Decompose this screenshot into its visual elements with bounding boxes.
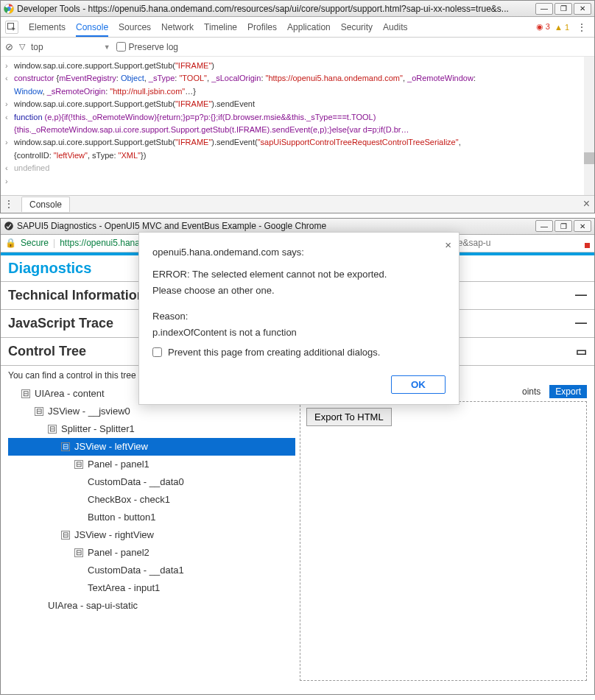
window-minimize[interactable]: — bbox=[535, 220, 553, 232]
export-panel: Export To HTML bbox=[300, 401, 587, 681]
window-maximize[interactable]: ❐ bbox=[554, 220, 572, 232]
console-text: {this._oRemoteWindow.sap.ui.core.support… bbox=[14, 124, 590, 135]
tree-node[interactable]: ⊟JSView - __jsview0 bbox=[8, 403, 295, 420]
tab-elements[interactable]: Elements bbox=[29, 18, 66, 37]
lock-icon: 🔒 bbox=[5, 238, 16, 248]
tree-node-label: UIArea - content bbox=[35, 388, 105, 399]
devtools-menu-icon[interactable]: ⋮ bbox=[574, 21, 590, 33]
secure-label: Secure bbox=[21, 238, 49, 248]
tree-node-label: Panel - panel1 bbox=[88, 459, 149, 470]
prevent-dialogs-checkbox[interactable] bbox=[152, 347, 162, 357]
devtools-window: Developer Tools - https://openui5.hana.o… bbox=[0, 0, 595, 213]
tree-node[interactable]: Button - button1 bbox=[8, 509, 295, 526]
console-chevron: ‹ bbox=[5, 112, 14, 123]
tree-node-label: UIArea - sap-ui-static bbox=[48, 600, 138, 611]
tree-node-label: CustomData - __data0 bbox=[88, 476, 184, 487]
export-to-html-button[interactable]: Export To HTML bbox=[306, 408, 392, 426]
tab-application[interactable]: Application bbox=[287, 18, 331, 37]
collapse-icon[interactable]: — bbox=[575, 289, 587, 302]
control-tree[interactable]: ⊟UIArea - content⊟JSView - __jsview0⊟Spl… bbox=[8, 385, 295, 615]
tree-node[interactable]: CustomData - __data1 bbox=[8, 562, 295, 579]
window-minimize[interactable]: — bbox=[535, 3, 553, 15]
tree-node[interactable]: ⊟JSView - leftView bbox=[8, 438, 295, 456]
tree-node-label: Panel - panel2 bbox=[88, 547, 149, 558]
drawer-tab-console[interactable]: Console bbox=[21, 197, 70, 212]
console-chevron: ‹ bbox=[5, 163, 14, 174]
alert-dialog: × openui5.hana.ondemand.com says: ERROR:… bbox=[138, 232, 460, 405]
tree-node[interactable]: ⊟Panel - panel2 bbox=[8, 544, 295, 562]
dialog-line2: Please choose an other one. bbox=[152, 284, 446, 297]
console-line: {this._oRemoteWindow.sap.ui.core.support… bbox=[5, 124, 590, 136]
tree-node[interactable]: CheckBox - check1 bbox=[8, 491, 295, 509]
console-text: window.sap.ui.core.support.Support.getSt… bbox=[14, 137, 590, 148]
window-icon[interactable]: ▭ bbox=[576, 344, 587, 358]
console-text: {controlID: "leftView", sType: "XML"}) bbox=[14, 150, 590, 161]
preserve-log-checkbox[interactable] bbox=[116, 42, 126, 52]
tab-audits[interactable]: Audits bbox=[383, 18, 407, 37]
window-maximize[interactable]: ❐ bbox=[554, 3, 572, 15]
tab-breakpoints[interactable]: oints bbox=[516, 385, 546, 398]
console-output[interactable]: ›window.sap.ui.core.support.Support.getS… bbox=[1, 57, 594, 195]
tree-node[interactable]: TextArea - input1 bbox=[8, 579, 295, 597]
tab-network[interactable]: Network bbox=[161, 18, 194, 37]
dialog-reason-label: Reason: bbox=[152, 310, 446, 323]
console-text: undefined bbox=[14, 163, 590, 174]
tab-sources[interactable]: Sources bbox=[119, 18, 151, 37]
devtools-drawer: ⋮ Console × bbox=[1, 195, 594, 213]
console-line: ‹function (e,p){if(!this._oRemoteWindow)… bbox=[5, 111, 590, 124]
console-chevron: › bbox=[5, 176, 14, 187]
sapui5-icon bbox=[4, 221, 14, 231]
tree-node-label: Button - button1 bbox=[88, 512, 156, 523]
tree-node[interactable]: ⊟JSView - rightView bbox=[8, 526, 295, 544]
console-text: function (e,p){if(!this._oRemoteWindow){… bbox=[14, 112, 590, 123]
tree-expander-icon[interactable]: ⊟ bbox=[61, 531, 70, 540]
preserve-log[interactable]: Preserve log bbox=[116, 42, 178, 52]
chrome-icon bbox=[4, 4, 14, 14]
tab-profiles[interactable]: Profiles bbox=[247, 18, 277, 37]
ok-button[interactable]: OK bbox=[391, 375, 446, 394]
console-line: Window, _sRemoteOrigin: "http://null.jsb… bbox=[5, 85, 590, 98]
tab-export[interactable]: Export bbox=[549, 385, 587, 398]
window-close[interactable]: ✕ bbox=[574, 3, 591, 15]
dialog-close-icon[interactable]: × bbox=[445, 238, 451, 251]
drawer-close-icon[interactable]: × bbox=[583, 197, 590, 211]
console-line: {controlID: "leftView", sType: "XML"}) bbox=[5, 149, 590, 162]
scrollbar-thumb[interactable] bbox=[584, 152, 594, 164]
inspect-icon[interactable] bbox=[5, 21, 18, 34]
console-text: Window, _sRemoteOrigin: "http://null.jsb… bbox=[14, 86, 590, 97]
tree-expander-icon[interactable]: ⊟ bbox=[21, 389, 30, 398]
console-text: window.sap.ui.core.support.Support.getSt… bbox=[14, 60, 590, 71]
tab-console[interactable]: Console bbox=[76, 18, 108, 37]
tree-node[interactable]: ⊟Splitter - Splitter1 bbox=[8, 420, 295, 438]
tree-expander-icon[interactable]: ⊟ bbox=[35, 407, 43, 416]
tree-expander-icon[interactable]: ⊟ bbox=[61, 442, 70, 451]
collapse-icon[interactable]: — bbox=[575, 317, 587, 330]
favicon-error-icon bbox=[580, 238, 590, 248]
tab-timeline[interactable]: Timeline bbox=[204, 18, 237, 37]
tree-node[interactable]: UIArea - sap-ui-static bbox=[8, 597, 295, 615]
drawer-menu-icon[interactable]: ⋮ bbox=[1, 198, 17, 210]
error-count[interactable]: ◉ 3 bbox=[536, 22, 550, 32]
tree-expander-icon[interactable]: ⊟ bbox=[48, 425, 57, 434]
tree-node-label: JSView - rightView bbox=[74, 529, 154, 540]
console-text: window.sap.ui.core.support.Support.getSt… bbox=[14, 99, 590, 110]
console-chevron: › bbox=[5, 60, 14, 71]
devtools-titlebar: Developer Tools - https://openui5.hana.o… bbox=[1, 1, 594, 17]
tree-expander-icon[interactable]: ⊟ bbox=[74, 460, 83, 469]
window-close[interactable]: ✕ bbox=[574, 220, 591, 232]
tab-security[interactable]: Security bbox=[341, 18, 373, 37]
console-line: ›window.sap.ui.core.support.Support.getS… bbox=[5, 98, 590, 110]
tree-node[interactable]: ⊟Panel - panel1 bbox=[8, 456, 295, 473]
filter-icon[interactable]: ▽ bbox=[19, 42, 25, 52]
scrollbar[interactable] bbox=[584, 57, 594, 195]
console-chevron: › bbox=[5, 99, 14, 110]
tree-node[interactable]: CustomData - __data0 bbox=[8, 473, 295, 491]
warning-count[interactable]: ▲ 1 bbox=[554, 23, 569, 32]
dialog-reason: p.indexOfContent is not a function bbox=[152, 326, 446, 339]
context-selector[interactable]: top ▼ bbox=[31, 42, 110, 52]
tree-expander-icon[interactable]: ⊟ bbox=[74, 548, 83, 557]
devtools-tabrow: ElementsConsoleSourcesNetworkTimelinePro… bbox=[1, 17, 594, 38]
tree-node-label: CheckBox - check1 bbox=[88, 494, 170, 505]
clear-console-icon[interactable]: ⊘ bbox=[5, 41, 13, 52]
console-line: › bbox=[5, 175, 590, 188]
